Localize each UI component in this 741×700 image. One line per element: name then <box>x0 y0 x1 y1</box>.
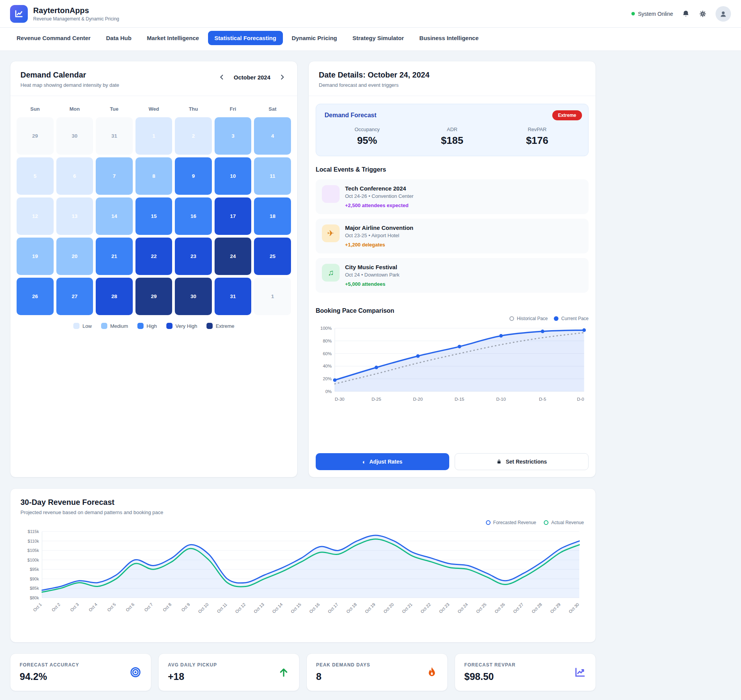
demand-forecast-box: Demand Forecast Extreme Occupancy95%ADR$… <box>316 104 589 156</box>
calendar-day[interactable]: 26 <box>17 278 54 315</box>
svg-text:Oct 25: Oct 25 <box>475 602 487 614</box>
calendar-day[interactable]: 8 <box>135 157 173 195</box>
svg-text:Oct 17: Oct 17 <box>327 602 339 614</box>
svg-text:Oct 28: Oct 28 <box>531 602 543 614</box>
calendar-day[interactable]: 27 <box>56 278 93 315</box>
month-nav: October 2024 <box>217 72 287 82</box>
next-month-button[interactable] <box>277 72 287 82</box>
kpi-card: PEAK DEMAND DAYS8 <box>306 653 448 691</box>
forecast-stat-label: ADR <box>409 127 494 132</box>
calendar-day[interactable]: 20 <box>56 238 93 275</box>
svg-text:Oct 24: Oct 24 <box>457 602 469 614</box>
pace-legend: Historical PaceCurrent Pace <box>316 316 589 321</box>
kpi-label: FORECAST ACCURACY <box>20 662 79 668</box>
app-subtitle: Revenue Management & Dynamic Pricing <box>33 16 119 22</box>
calendar-day[interactable]: 11 <box>254 157 291 195</box>
calendar-day[interactable]: 24 <box>215 238 252 275</box>
tab-revenue-command-center[interactable]: Revenue Command Center <box>10 31 97 45</box>
legend-label: Very High <box>176 323 197 329</box>
forecast-stat: Occupancy95% <box>325 127 409 147</box>
calendar-subtitle: Heat map showing demand intensity by dat… <box>20 82 119 88</box>
legend-item: Low <box>73 323 92 329</box>
calendar-day[interactable]: 7 <box>96 157 133 195</box>
svg-text:Oct 26: Oct 26 <box>494 602 506 614</box>
brand: RaytertonApps Revenue Management & Dynam… <box>10 5 119 23</box>
calendar-day[interactable]: 14 <box>96 197 133 235</box>
svg-text:Oct 18: Oct 18 <box>345 602 357 614</box>
set-restrictions-button[interactable]: Set Restrictions <box>455 453 589 470</box>
svg-text:D-5: D-5 <box>539 397 546 401</box>
calendar-day[interactable]: 4 <box>254 117 291 155</box>
half-circle-icon: ◐ <box>362 459 366 465</box>
forecast-stat-label: Occupancy <box>325 127 409 132</box>
event-meta: Oct 23-25 • Airport Hotel <box>345 233 413 238</box>
notifications-button[interactable] <box>682 10 690 18</box>
calendar-day[interactable]: 17 <box>215 197 252 235</box>
legend-item: Extreme <box>206 323 234 329</box>
primary-nav: Revenue Command CenterData HubMarket Int… <box>0 28 741 51</box>
app-header: RaytertonApps Revenue Management & Dynam… <box>0 0 741 28</box>
calendar-day[interactable]: 12 <box>17 197 54 235</box>
calendar-day[interactable]: 5 <box>17 157 54 195</box>
calendar-day[interactable]: 28 <box>96 278 133 315</box>
tab-statistical-forecasting[interactable]: Statistical Forecasting <box>208 31 283 45</box>
svg-text:$105k: $105k <box>27 548 39 553</box>
user-avatar[interactable] <box>716 6 731 22</box>
svg-text:Oct 12: Oct 12 <box>234 602 246 614</box>
tab-strategy-simulator[interactable]: Strategy Simulator <box>346 31 410 45</box>
svg-text:60%: 60% <box>323 351 332 356</box>
legend-swatch <box>206 323 213 329</box>
kpi-card: FORECAST REVPAR$98.50 <box>455 653 596 691</box>
calendar-day[interactable]: 30 <box>56 117 93 155</box>
calendar-day[interactable]: 22 <box>135 238 173 275</box>
calendar-day[interactable]: 13 <box>56 197 93 235</box>
event-body: City Music FestivalOct 24 • Downtown Par… <box>345 264 399 287</box>
kpi-value: 94.2% <box>20 671 79 682</box>
svg-text:Oct 30: Oct 30 <box>568 602 580 614</box>
kpi-value: +18 <box>168 671 217 682</box>
ring-marker-icon <box>544 520 548 525</box>
tab-data-hub[interactable]: Data Hub <box>100 31 138 45</box>
legend-label: High <box>147 323 157 329</box>
calendar-day[interactable]: 23 <box>175 238 212 275</box>
calendar-day[interactable]: 3 <box>215 117 252 155</box>
svg-text:Oct 5: Oct 5 <box>106 602 117 612</box>
kpi-text: AVG DAILY PICKUP+18 <box>168 662 217 682</box>
settings-button[interactable] <box>699 10 707 18</box>
calendar-day[interactable]: 16 <box>175 197 212 235</box>
prev-month-button[interactable] <box>217 72 227 82</box>
calendar-day[interactable]: 21 <box>96 238 133 275</box>
kpi-label: AVG DAILY PICKUP <box>168 662 217 668</box>
tab-dynamic-pricing[interactable]: Dynamic Pricing <box>285 31 344 45</box>
calendar-day[interactable]: 30 <box>175 278 212 315</box>
calendar-day[interactable]: 31 <box>96 117 133 155</box>
weekday-label: Tue <box>96 106 133 112</box>
calendar-day[interactable]: 18 <box>254 197 291 235</box>
adjust-rates-button[interactable]: ◐ Adjust Rates <box>316 453 449 470</box>
revenue-chart: $80k$85k$90k$95k$100k$105k$110k$115kOct … <box>10 525 596 629</box>
calendar-day[interactable]: 1 <box>254 278 291 315</box>
calendar-day[interactable]: 31 <box>215 278 252 315</box>
kpi-row: FORECAST ACCURACY94.2%AVG DAILY PICKUP+1… <box>10 653 596 691</box>
forecast-stat-value: 95% <box>325 135 409 147</box>
calendar-day[interactable]: 2 <box>175 117 212 155</box>
calendar-day[interactable]: 1 <box>135 117 173 155</box>
revenue-subtitle: Projected revenue based on demand patter… <box>20 509 585 515</box>
legend-swatch <box>101 323 107 329</box>
calendar-day[interactable]: 29 <box>135 278 173 315</box>
tab-market-intelligence[interactable]: Market Intelligence <box>140 31 206 45</box>
calendar-day[interactable]: 29 <box>17 117 54 155</box>
calendar-day[interactable]: 19 <box>17 238 54 275</box>
tab-business-intelligence[interactable]: Business Intelligence <box>413 31 485 45</box>
calendar-day[interactable]: 6 <box>56 157 93 195</box>
calendar-day[interactable]: 10 <box>215 157 252 195</box>
calendar-day[interactable]: 9 <box>175 157 212 195</box>
calendar-day[interactable]: 25 <box>254 238 291 275</box>
calendar-day[interactable]: 15 <box>135 197 173 235</box>
kpi-value: 8 <box>316 671 370 682</box>
status-label: System Online <box>638 11 673 17</box>
svg-text:Oct 10: Oct 10 <box>197 602 209 614</box>
svg-text:Oct 16: Oct 16 <box>308 602 320 614</box>
status-dot-icon <box>631 12 635 15</box>
weekday-label: Thu <box>175 106 212 112</box>
